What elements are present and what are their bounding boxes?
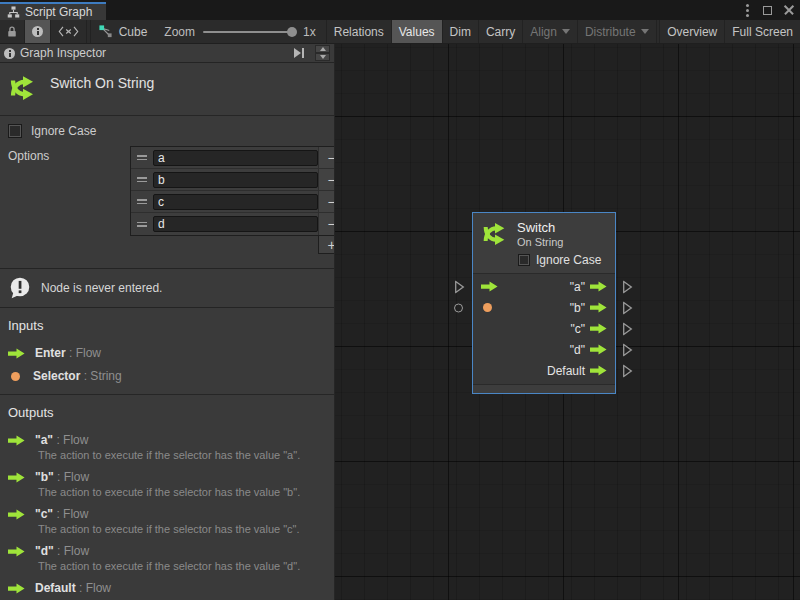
- remove-option-button[interactable]: −: [318, 169, 335, 190]
- window-controls: [744, 0, 794, 20]
- relations-button[interactable]: Relations: [326, 20, 392, 43]
- flow-port-icon: [8, 583, 25, 594]
- port-type: : String: [84, 369, 122, 383]
- node-port-row: "a": [473, 276, 615, 297]
- connection-arrow-icon[interactable]: [622, 322, 633, 335]
- option-row: −: [131, 213, 335, 235]
- output-port-row: "c" : Flow: [8, 507, 326, 521]
- drag-handle-icon[interactable]: [131, 155, 153, 160]
- warning-bubble-icon: [8, 276, 32, 300]
- output-port-row: Default : Flow: [8, 581, 326, 595]
- unit-title: Switch On String: [50, 73, 154, 91]
- close-icon[interactable]: [784, 5, 794, 15]
- chevron-down-icon: [641, 29, 649, 34]
- input-port-row: Enter : Flow: [8, 346, 326, 360]
- node-body: "a" "b" "c": [473, 274, 615, 381]
- flow-port-icon: [8, 472, 25, 483]
- output-port-row: "b" : Flow: [8, 470, 326, 484]
- add-option-button[interactable]: +: [318, 236, 335, 254]
- enter-port-icon[interactable]: [481, 281, 498, 292]
- output-port-icon[interactable]: [590, 323, 607, 334]
- graph-canvas[interactable]: Switch On String Ignore Case: [335, 44, 800, 600]
- inspector-toggle-button[interactable]: [25, 20, 51, 43]
- connection-arrow-icon[interactable]: [622, 280, 633, 293]
- switch-unit-icon: [8, 73, 38, 103]
- script-graph-window: Script Graph: [0, 0, 800, 600]
- spinner-down-button[interactable]: [315, 53, 330, 61]
- full-screen-button[interactable]: Full Screen: [725, 20, 800, 43]
- spinner-up-button[interactable]: [315, 45, 330, 53]
- node-ignore-case-label: Ignore Case: [536, 253, 601, 267]
- overview-button[interactable]: Overview: [660, 20, 725, 43]
- port-description: The action to execute if the selector ha…: [38, 560, 326, 572]
- option-input[interactable]: [153, 150, 318, 166]
- distribute-dropdown[interactable]: Distribute: [578, 20, 657, 43]
- node-port-row: Default: [473, 360, 615, 381]
- connection-ring-icon[interactable]: [454, 303, 463, 312]
- node-subtitle: On String: [517, 236, 563, 248]
- drag-handle-icon[interactable]: [131, 177, 153, 182]
- flow-port-icon: [8, 435, 25, 446]
- zoom-slider-handle[interactable]: [287, 27, 297, 37]
- info-icon: [32, 26, 43, 37]
- carry-button[interactable]: Carry: [479, 20, 523, 43]
- graph-toolbar: Cube Zoom 1x Relations Values Dim Carry …: [0, 20, 800, 44]
- flow-port-icon: [8, 546, 25, 557]
- output-port-label: "c": [570, 322, 585, 336]
- drag-handle-icon[interactable]: [131, 222, 153, 227]
- code-icon: [58, 26, 79, 37]
- selector-port-icon[interactable]: [483, 303, 492, 312]
- tab-script-graph[interactable]: Script Graph: [0, 2, 106, 20]
- edit-source-button[interactable]: [51, 20, 87, 43]
- node-footer: [473, 384, 615, 393]
- flow-port-icon: [8, 348, 25, 359]
- output-port-icon[interactable]: [590, 281, 607, 292]
- port-name: Selector: [33, 369, 80, 383]
- remove-option-button[interactable]: −: [318, 147, 335, 168]
- switch-on-string-node[interactable]: Switch On String Ignore Case: [472, 212, 616, 394]
- input-port-row: Selector : String: [8, 369, 326, 383]
- option-row: −: [131, 169, 335, 191]
- output-port-icon[interactable]: [590, 302, 607, 313]
- output-port-label: "a": [570, 280, 585, 294]
- connection-arrow-icon[interactable]: [454, 280, 465, 293]
- panel-spinner: [315, 45, 330, 61]
- remove-option-button[interactable]: −: [318, 191, 335, 212]
- zoom-slider[interactable]: [203, 31, 295, 33]
- maximize-icon[interactable]: [763, 6, 772, 15]
- string-port-icon: [11, 372, 20, 381]
- lock-button[interactable]: [0, 20, 25, 43]
- remove-option-button[interactable]: −: [318, 213, 335, 235]
- port-type: : Flow: [69, 346, 101, 360]
- output-port-icon[interactable]: [590, 344, 607, 355]
- port-name: Enter: [35, 346, 66, 360]
- flow-port-icon: [8, 509, 25, 520]
- dock-panel-icon[interactable]: [291, 46, 307, 60]
- connection-arrow-icon[interactable]: [622, 364, 633, 377]
- values-button[interactable]: Values: [392, 20, 443, 43]
- unit-title-block: Switch On String: [0, 63, 334, 116]
- output-port-icon[interactable]: [590, 365, 607, 376]
- connection-arrow-icon[interactable]: [622, 343, 633, 356]
- tab-bar: Script Graph: [0, 0, 800, 20]
- option-input[interactable]: [153, 172, 318, 188]
- ignore-case-checkbox[interactable]: [8, 124, 22, 138]
- window-menu-icon[interactable]: [746, 9, 749, 12]
- output-port-row: "a" : Flow: [8, 433, 326, 447]
- node-ignore-case-checkbox[interactable]: [518, 254, 530, 266]
- dim-button[interactable]: Dim: [443, 20, 479, 43]
- lock-icon: [7, 25, 17, 38]
- drag-handle-icon[interactable]: [131, 199, 153, 204]
- align-dropdown[interactable]: Align: [523, 20, 578, 43]
- connection-arrow-icon[interactable]: [622, 301, 633, 314]
- option-input[interactable]: [153, 194, 318, 210]
- outputs-header: Outputs: [8, 405, 326, 420]
- graph-owner-button[interactable]: Cube: [91, 20, 155, 43]
- zoom-label: Zoom: [164, 25, 195, 39]
- options-label: Options: [8, 146, 130, 254]
- port-description: The action to execute if the selector ha…: [38, 486, 326, 498]
- option-input[interactable]: [153, 216, 318, 232]
- switch-unit-icon: [481, 220, 509, 248]
- warning-box: Node is never entered.: [0, 268, 334, 308]
- node-port-row: "b": [473, 297, 615, 318]
